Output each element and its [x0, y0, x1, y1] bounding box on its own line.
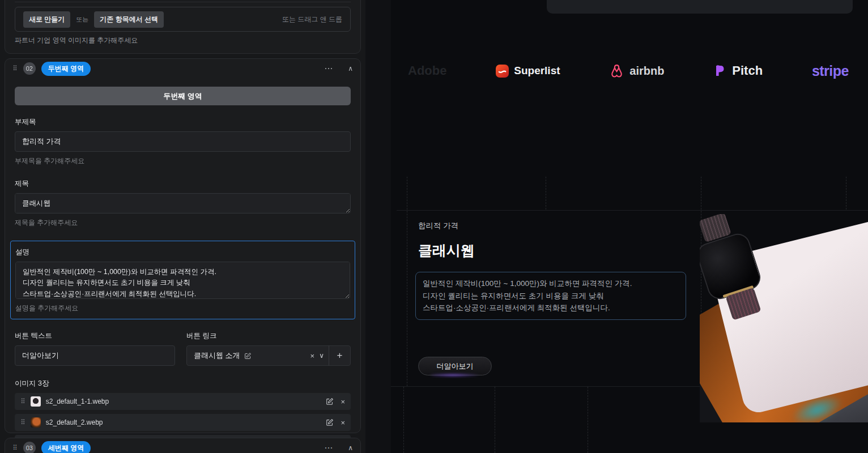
section-03-header: ⠿ 03 세번째 영역 ⋯ ∧ — [5, 438, 360, 453]
superlist-wordmark: Superlist — [514, 65, 560, 77]
layout-guide — [588, 387, 588, 453]
adobe-wordmark: Adobe — [408, 63, 446, 78]
section-number-badge: 02 — [23, 62, 36, 75]
hero-subtitle: 합리적 가격 — [418, 221, 686, 231]
collapse-icon[interactable]: ∧ — [348, 444, 353, 452]
superlist-icon — [496, 65, 509, 78]
drag-handle-icon[interactable]: ⠿ — [12, 445, 18, 451]
description-field-group-focused: 설명 일반적인 제작비(100만 ~ 1,000만)와 비교하면 파격적인 가격… — [10, 241, 355, 319]
hero-description-box: 일반적인 제작비(100만 ~ 1,000만)와 비교하면 파격적인 가격. 디… — [415, 272, 686, 320]
collapse-icon[interactable]: ∧ — [348, 65, 353, 72]
section-number-badge: 03 — [23, 442, 36, 453]
clear-link-icon[interactable]: × — [308, 352, 317, 360]
logo-superlist: Superlist — [496, 65, 560, 78]
drag-handle-icon[interactable]: ⠿ — [12, 65, 18, 72]
stripe-wordmark: stripe — [812, 63, 849, 79]
section-name-badge[interactable]: 세번째 영역 — [41, 441, 91, 453]
description-input[interactable]: 일반적인 제작비(100만 ~ 1,000만)와 비교하면 파격적인 가격. 디… — [15, 262, 350, 299]
drag-handle-icon[interactable]: ⠿ — [20, 419, 25, 426]
section-menu-icon[interactable]: ⋯ — [324, 443, 333, 453]
edit-link-icon[interactable] — [244, 352, 252, 360]
layout-guide — [495, 387, 495, 453]
layout-guide — [846, 177, 846, 210]
subtitle-helper: 부제목을 추가해주세요 — [15, 156, 351, 166]
hero-title: 클래시웹 — [418, 241, 686, 260]
select-existing-button[interactable]: 기존 항목에서 선택 — [94, 11, 164, 28]
title-helper: 제목을 추가해주세요 — [15, 218, 351, 228]
button-link-label: 버튼 링크 — [186, 331, 351, 341]
logo-pitch: Pitch — [713, 63, 763, 78]
image-thumbnail — [31, 396, 41, 407]
edit-image-icon[interactable] — [326, 398, 334, 405]
chevron-down-icon[interactable]: ∨ — [317, 352, 329, 360]
section-02-card: ⠿ 02 두번째 영역 ⋯ ∧ 두번째 영역 부제목 부제목을 추가해주세요 제… — [5, 58, 361, 433]
pitch-icon — [713, 64, 727, 78]
button-link-select[interactable]: 클래시웹 소개 × ∨ + — [186, 345, 351, 366]
partner-section-card: 새로 만들기 또는 기존 항목에서 선택 또는 드래그 앤 드롭 파트너 기업 … — [5, 0, 361, 54]
drag-drop-label: 또는 드래그 앤 드롭 — [282, 15, 342, 24]
title-field-group: 제목 클래시웹 제목을 추가해주세요 — [15, 179, 351, 228]
button-text-group: 버튼 텍스트 — [15, 331, 175, 366]
hero-description-line: 디자인 퀄리티는 유지하면서도 초기 비용을 크게 낮춰 — [423, 290, 679, 302]
site-preview: Adobe Superlist airbnb — [391, 0, 868, 453]
section-03-card: ⠿ 03 세번째 영역 ⋯ ∧ — [5, 438, 361, 453]
hero-description-line: 일반적인 제작비(100만 ~ 1,000만)와 비교하면 파격적인 가격. — [423, 277, 679, 290]
editor-panel: 새로 만들기 또는 기존 항목에서 선택 또는 드래그 앤 드롭 파트너 기업 … — [0, 0, 365, 453]
button-text-input[interactable] — [15, 345, 175, 366]
airbnb-icon — [609, 63, 624, 79]
section-02-body: 두번째 영역 부제목 부제목을 추가해주세요 제목 클래시웹 제목을 추가해주세… — [5, 78, 360, 453]
partner-logos-row: Adobe Superlist airbnb — [408, 57, 849, 85]
images-label: 이미지 3장 — [15, 379, 351, 388]
airbnb-wordmark: airbnb — [629, 65, 664, 78]
logo-airbnb: airbnb — [609, 63, 664, 79]
layout-guide — [546, 177, 546, 210]
image-filename: s2_default_2.webp — [46, 418, 103, 426]
image-row[interactable]: ⠿ s2_default_1-1.webp × — [15, 393, 351, 410]
subtitle-label: 부제목 — [15, 117, 351, 127]
section-02-header: ⠿ 02 두번째 영역 ⋯ ∧ — [5, 59, 360, 78]
button-link-group: 버튼 링크 클래시웹 소개 × ∨ + — [186, 331, 351, 366]
section-name-badge[interactable]: 두번째 영역 — [41, 62, 91, 76]
previous-box-edge — [15, 2, 351, 2]
partner-helper-text: 파트너 기업 영역 이미지를 추가해주세요 — [15, 36, 138, 45]
or-label: 또는 — [76, 15, 88, 24]
title-label: 제목 — [15, 179, 351, 189]
image-filename: s2_default_1-1.webp — [46, 398, 109, 405]
description-label: 설명 — [15, 247, 350, 257]
title-input[interactable]: 클래시웹 — [15, 193, 351, 213]
logo-adobe: Adobe — [408, 63, 446, 78]
image-thumbnail — [31, 417, 41, 428]
button-link-value: 클래시웹 소개 — [194, 351, 240, 361]
layout-guide — [397, 210, 868, 211]
remove-image-icon[interactable]: × — [341, 418, 345, 427]
image-dropzone[interactable]: 새로 만들기 또는 기존 항목에서 선택 또는 드래그 앤 드롭 — [15, 7, 351, 32]
layout-guide — [403, 387, 404, 453]
hero-description-line: 스타트업·소상공인·프리랜서에게 최적화된 선택입니다. — [423, 302, 679, 314]
hero-image — [700, 214, 868, 422]
description-helper: 설명을 추가해주세요 — [15, 304, 350, 313]
button-settings-row: 버튼 텍스트 버튼 링크 클래시웹 소개 × ∨ — [15, 331, 351, 366]
subtitle-input[interactable] — [15, 131, 351, 152]
create-new-button[interactable]: 새로 만들기 — [23, 11, 70, 28]
image-row[interactable]: ⠿ s2_default_2.webp × — [15, 414, 351, 431]
subtitle-field-group: 부제목 부제목을 추가해주세요 — [15, 117, 351, 166]
section-title-button[interactable]: 두번째 영역 — [15, 87, 351, 105]
add-link-button[interactable]: + — [329, 345, 350, 366]
edit-image-icon[interactable] — [326, 418, 334, 426]
remove-image-icon[interactable]: × — [341, 398, 345, 406]
hero-content: 합리적 가격 클래시웹 일반적인 제작비(100만 ~ 1,000만)와 비교하… — [415, 221, 686, 320]
section-menu-icon[interactable]: ⋯ — [324, 63, 333, 74]
logo-stripe: stripe — [812, 63, 849, 79]
drag-handle-icon[interactable]: ⠿ — [20, 398, 25, 405]
hero-more-button[interactable]: 더알아보기 — [418, 357, 492, 375]
pitch-wordmark: Pitch — [732, 63, 763, 78]
preview-top-panel — [547, 0, 853, 14]
button-text-label: 버튼 텍스트 — [15, 331, 175, 341]
layout-guide — [407, 177, 407, 386]
